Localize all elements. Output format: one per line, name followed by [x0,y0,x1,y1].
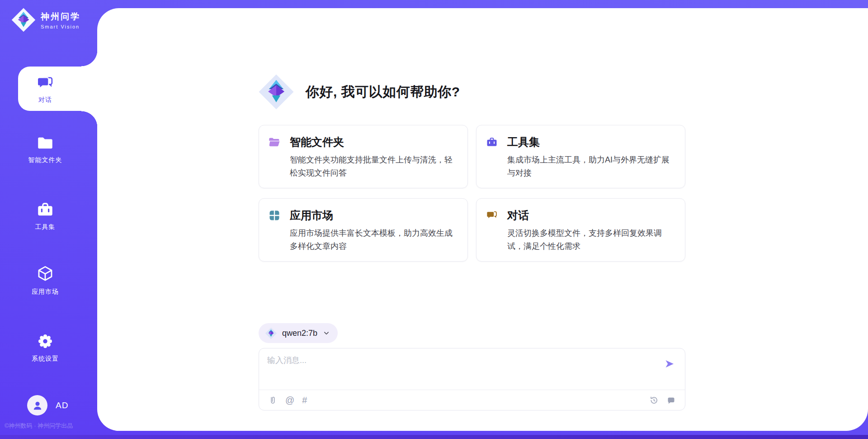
avatar [27,395,47,415]
folder-icon [36,133,55,152]
window-bottom-bar [0,435,868,439]
sidebar-item-toolset[interactable]: 工具集 [0,200,90,231]
sidebar-item-label: 对话 [38,96,52,104]
brand-subtitle: Smart Vision [41,24,80,29]
message-input-box: @ # [259,348,685,410]
card-description: 集成市场上主流工具，助力AI与外界无缝扩展与对接 [507,153,673,180]
app-logo: 神州问学 Smart Vision [11,7,80,33]
chat-bubble-icon[interactable] [666,396,676,405]
divider [259,390,685,390]
send-icon[interactable] [664,358,675,369]
copyright-text: ©神州数码 · 神州问学出品 [5,422,73,430]
brand-name: 神州问学 [41,11,80,23]
card-title: 工具集 [507,135,540,149]
model-selector[interactable]: qwen2:7b [259,323,338,343]
message-input[interactable] [267,355,658,385]
paperclip-icon[interactable] [268,396,278,405]
hash-icon[interactable]: # [302,396,307,405]
folder-open-icon [268,136,281,148]
gear-icon [36,332,55,351]
sidebar-item-label: 工具集 [35,223,56,231]
sidebar-item-settings[interactable]: 系统设置 [0,332,90,363]
chat-icon [36,74,55,93]
card-chat[interactable]: 对话 灵活切换多模型文件，支持多样回复效果调试，满足个性化需求 [476,198,685,262]
card-description: 智能文件夹功能支持批量文件上传与清洗，轻松实现文件问答 [290,153,456,180]
chat-icon [486,209,498,222]
model-name: qwen2:7b [282,329,317,338]
chevron-down-icon [322,329,330,337]
at-icon[interactable]: @ [285,396,294,405]
user-initials: AD [56,401,68,410]
sidebar-item-smart-folder[interactable]: 智能文件夹 [0,133,90,164]
card-app-market[interactable]: 应用市场 应用市场提供丰富长文本模板，助力高效生成多样化文章内容 [259,198,468,262]
card-description: 灵活切换多模型文件，支持多样回复效果调试，满足个性化需求 [507,227,673,253]
card-title: 应用市场 [290,208,333,223]
greeting-text: 你好, 我可以如何帮助你? [306,83,460,101]
card-description: 应用市场提供丰富长文本模板，助力高效生成多样化文章内容 [290,227,456,253]
card-title: 对话 [507,208,529,223]
feature-cards: 智能文件夹 智能文件夹功能支持批量文件上传与清洗，轻松实现文件问答 工具集 集成… [259,125,693,262]
greeting-section: 你好, 我可以如何帮助你? [258,73,460,110]
sidebar-item-label: 系统设置 [32,355,59,363]
history-icon[interactable] [649,396,659,405]
model-diamond-icon [265,327,277,339]
card-toolset[interactable]: 工具集 集成市场上主流工具，助力AI与外界无缝扩展与对接 [476,125,685,188]
card-title: 智能文件夹 [290,135,344,149]
briefcase-icon [36,200,55,219]
composer: qwen2:7b @ # [259,323,685,410]
app-grid-icon [268,209,281,222]
sidebar-item-label: 应用市场 [32,288,59,296]
cube-icon [36,265,55,284]
briefcase-icon [486,136,498,148]
brand-diamond-icon [11,7,36,33]
sidebar-item-label: 智能文件夹 [28,156,62,164]
sidebar-item-app-market[interactable]: 应用市场 [0,265,90,296]
sidebar-item-chat[interactable]: 对话 [18,67,98,111]
person-icon [32,400,43,411]
assistant-diamond-icon [258,73,295,110]
card-smart-folder[interactable]: 智能文件夹 智能文件夹功能支持批量文件上传与清洗，轻松实现文件问答 [259,125,468,188]
user-profile[interactable]: AD [27,395,68,415]
